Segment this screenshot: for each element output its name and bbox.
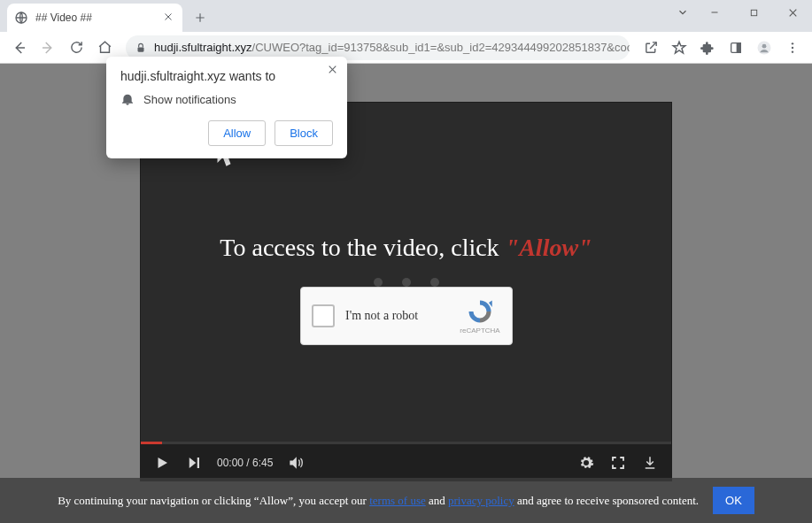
loading-dots-icon bbox=[374, 278, 439, 287]
svg-point-9 bbox=[792, 50, 793, 52]
side-panel-icon[interactable] bbox=[723, 35, 748, 60]
svg-point-6 bbox=[762, 43, 767, 48]
video-controls: 00:00 / 6:45 bbox=[141, 444, 671, 481]
consent-banner: By continuing your navigation or clickin… bbox=[0, 478, 812, 523]
popover-row-text: Show notifications bbox=[143, 93, 236, 106]
recaptcha-checkbox[interactable] bbox=[312, 304, 335, 327]
prompt-prefix: To access to the video, click bbox=[220, 234, 505, 261]
notification-permission-popover: hudji.sfultraight.xyz wants to Show noti… bbox=[106, 57, 347, 158]
url-host: hudji.sfultraight.xyz bbox=[154, 41, 252, 54]
window-close-button[interactable] bbox=[773, 0, 812, 25]
fake-video-player: To access to the video, click "Allow" I'… bbox=[141, 103, 671, 481]
svg-rect-1 bbox=[751, 10, 756, 15]
new-tab-button[interactable] bbox=[188, 5, 213, 30]
bell-icon bbox=[120, 92, 135, 106]
lock-icon[interactable] bbox=[135, 42, 147, 54]
volume-button[interactable] bbox=[287, 454, 305, 472]
tab-close-icon[interactable] bbox=[163, 12, 175, 24]
profile-avatar-icon[interactable] bbox=[752, 35, 777, 60]
settings-gear-icon[interactable] bbox=[577, 454, 595, 472]
popover-headline: hudji.sfultraight.xyz wants to bbox=[120, 69, 333, 83]
window-controls bbox=[674, 0, 812, 25]
kebab-menu-icon[interactable] bbox=[780, 35, 805, 60]
share-icon[interactable] bbox=[638, 35, 663, 60]
allow-button[interactable]: Allow bbox=[208, 120, 266, 146]
download-button[interactable] bbox=[641, 454, 659, 472]
extensions-icon[interactable] bbox=[695, 35, 720, 60]
next-button[interactable] bbox=[185, 454, 203, 472]
bookmark-star-icon[interactable] bbox=[667, 35, 692, 60]
svg-point-7 bbox=[792, 42, 793, 44]
recaptcha-brand-text: reCAPTCHA bbox=[460, 327, 499, 335]
popover-close-icon[interactable] bbox=[327, 64, 338, 75]
terms-link[interactable]: terms of use bbox=[369, 494, 426, 507]
svg-rect-2 bbox=[138, 47, 144, 51]
browser-tab[interactable]: ## Video ## bbox=[7, 4, 182, 32]
reload-button[interactable] bbox=[64, 35, 89, 60]
fullscreen-button[interactable] bbox=[609, 454, 627, 472]
tab-search-icon[interactable] bbox=[674, 0, 692, 25]
privacy-link[interactable]: privacy policy bbox=[448, 494, 514, 507]
recaptcha-label: I'm not a robot bbox=[345, 309, 448, 323]
url-text: hudji.sfultraight.xyz/CUWEO?tag_id=91375… bbox=[154, 41, 630, 54]
prompt-allow-word: "Allow" bbox=[506, 234, 592, 261]
consent-message: By continuing your navigation or clickin… bbox=[58, 492, 699, 510]
play-button[interactable] bbox=[153, 454, 171, 472]
access-prompt-text: To access to the video, click "Allow" bbox=[141, 234, 671, 262]
svg-rect-4 bbox=[737, 42, 740, 52]
forward-button[interactable] bbox=[35, 35, 60, 60]
tab-title: ## Video ## bbox=[35, 12, 156, 24]
video-time-display: 00:00 / 6:45 bbox=[217, 457, 273, 469]
fake-recaptcha-widget[interactable]: I'm not a robot reCAPTCHA bbox=[300, 287, 513, 345]
back-button[interactable] bbox=[7, 35, 32, 60]
window-minimize-button[interactable] bbox=[695, 0, 734, 25]
window-maximize-button[interactable] bbox=[734, 0, 773, 25]
svg-point-8 bbox=[792, 46, 793, 48]
url-path: /CUWEO?tag_id=913758&sub_id1=&sub_id2=42… bbox=[252, 41, 630, 54]
globe-icon bbox=[14, 11, 28, 25]
consent-ok-button[interactable]: OK bbox=[713, 487, 754, 514]
tab-strip: ## Video ## bbox=[0, 0, 812, 32]
block-button[interactable]: Block bbox=[275, 120, 333, 146]
recaptcha-logo: reCAPTCHA bbox=[459, 298, 501, 335]
